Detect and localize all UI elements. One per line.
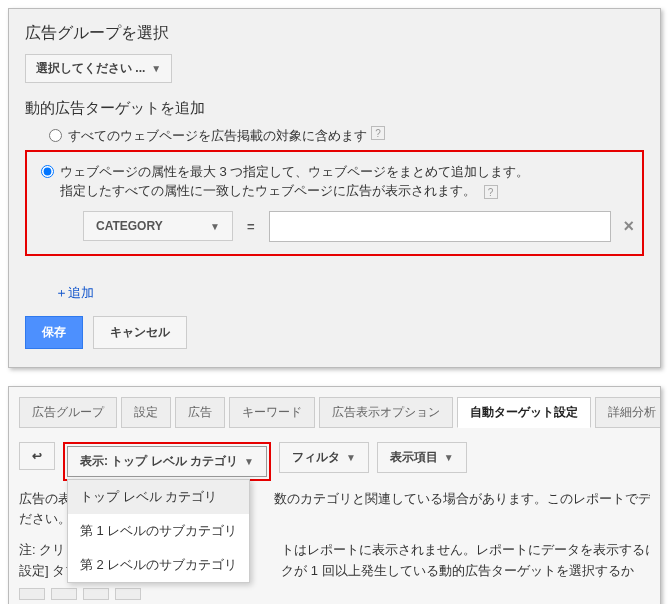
caret-down-icon: ▼ bbox=[444, 452, 454, 463]
toolbar: ↩ 表示: トップ レベル カテゴリ ▼ トップ レベル カテゴリ 第 1 レベ… bbox=[19, 442, 650, 481]
dynamic-target-title: 動的広告ターゲットを追加 bbox=[25, 99, 644, 118]
cutoff-tab bbox=[19, 588, 45, 600]
tab-ads[interactable]: 広告 bbox=[175, 397, 225, 428]
cutoff-tab bbox=[51, 588, 77, 600]
dropdown-item-top-level[interactable]: トップ レベル カテゴリ bbox=[68, 480, 249, 514]
display-level-group: 表示: トップ レベル カテゴリ ▼ トップ レベル カテゴリ 第 1 レベルの… bbox=[63, 442, 271, 481]
radio-all-pages[interactable] bbox=[49, 129, 62, 142]
tab-bar: 広告グループ 設定 広告 キーワード 広告表示オプション 自動ターゲット設定 詳… bbox=[19, 397, 650, 428]
select-placeholder-text: 選択してください ... bbox=[36, 60, 145, 77]
display-level-label: 表示: トップ レベル カテゴリ bbox=[80, 453, 238, 470]
button-row: 保存 キャンセル bbox=[25, 316, 644, 349]
back-arrow-icon: ↩ bbox=[32, 449, 42, 463]
help-icon[interactable]: ? bbox=[371, 126, 385, 140]
tab-ad-extensions[interactable]: 広告表示オプション bbox=[319, 397, 453, 428]
dropdown-item-sub1[interactable]: 第 1 レベルのサブカテゴリ bbox=[68, 514, 249, 548]
attribute-highlight-box: ウェブページの属性を最大 3 つ指定して、ウェブページをまとめて追加します。 指… bbox=[25, 150, 644, 256]
caret-down-icon: ▼ bbox=[346, 452, 356, 463]
ad-group-select-panel: 広告グループを選択 選択してください ... ▼ 動的広告ターゲットを追加 すべ… bbox=[8, 8, 661, 368]
back-button[interactable]: ↩ bbox=[19, 442, 55, 470]
columns-dropdown-button[interactable]: 表示項目 ▼ bbox=[377, 442, 467, 473]
attribute-condition-row: CATEGORY ▼ = × bbox=[83, 211, 634, 242]
filter-dropdown-button[interactable]: フィルタ ▼ bbox=[279, 442, 369, 473]
tab-auto-targets[interactable]: 自動ターゲット設定 bbox=[457, 397, 591, 428]
dropdown-item-sub2[interactable]: 第 2 レベルのサブカテゴリ bbox=[68, 548, 249, 582]
cutoff-tab bbox=[115, 588, 141, 600]
radio-attr-label: ウェブページの属性を最大 3 つ指定して、ウェブページをまとめて追加します。 指… bbox=[60, 162, 529, 201]
columns-label: 表示項目 bbox=[390, 449, 438, 466]
campaign-tabs-panel: 広告グループ 設定 広告 キーワード 広告表示オプション 自動ターゲット設定 詳… bbox=[8, 386, 661, 605]
caret-down-icon: ▼ bbox=[151, 63, 161, 74]
tab-settings[interactable]: 設定 bbox=[121, 397, 171, 428]
panel-title: 広告グループを選択 bbox=[25, 23, 644, 44]
tab-keywords[interactable]: キーワード bbox=[229, 397, 315, 428]
radio-all-pages-row: すべてのウェブページを広告掲載の対象に含めます ? bbox=[49, 126, 644, 146]
radio-attr-row: ウェブページの属性を最大 3 つ指定して、ウェブページをまとめて追加します。 指… bbox=[41, 162, 634, 201]
ad-group-select-dropdown[interactable]: 選択してください ... ▼ bbox=[25, 54, 172, 83]
partial-cutoff-row bbox=[19, 588, 650, 600]
save-button[interactable]: 保存 bbox=[25, 316, 83, 349]
radio-all-pages-label: すべてのウェブページを広告掲載の対象に含めます bbox=[68, 126, 367, 146]
caret-down-icon: ▼ bbox=[244, 456, 254, 467]
cancel-button[interactable]: キャンセル bbox=[93, 316, 187, 349]
cutoff-tab bbox=[83, 588, 109, 600]
attribute-type-dropdown[interactable]: CATEGORY ▼ bbox=[83, 211, 233, 241]
tab-ad-groups[interactable]: 広告グループ bbox=[19, 397, 117, 428]
tab-dimensions[interactable]: 詳細分析 bbox=[595, 397, 661, 428]
equals-sign: = bbox=[247, 219, 255, 234]
radio-attributes[interactable] bbox=[41, 165, 54, 178]
caret-down-icon: ▼ bbox=[210, 221, 220, 232]
display-level-dropdown-menu: トップ レベル カテゴリ 第 1 レベルのサブカテゴリ 第 2 レベルのサブカテ… bbox=[67, 479, 250, 583]
filter-label: フィルタ bbox=[292, 449, 340, 466]
add-condition-link[interactable]: ＋追加 bbox=[55, 284, 94, 302]
help-icon[interactable]: ? bbox=[484, 185, 498, 199]
attribute-type-label: CATEGORY bbox=[96, 219, 163, 233]
attribute-value-input[interactable] bbox=[269, 211, 612, 242]
display-level-dropdown-button[interactable]: 表示: トップ レベル カテゴリ ▼ bbox=[67, 446, 267, 477]
remove-condition-icon[interactable]: × bbox=[623, 216, 634, 237]
